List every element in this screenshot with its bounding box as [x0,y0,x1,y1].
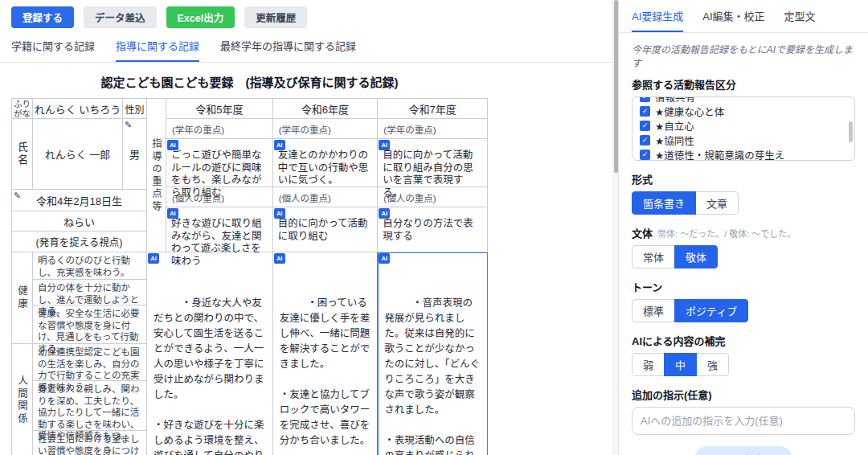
category-relations: 人間関係 幼保連携型認定こども園の生活を楽しみ、自分の力で行動することの充実感を… [12,344,147,455]
category-item: 自分の体を十分に動かし、進んで運動しようとする。 [33,280,147,305]
category-item: 社会生活における望ましい習慣や態度を身につける。 [33,431,147,455]
ai-badge-icon: AI [379,140,390,150]
guidance-focus-header-text: 指導の重点等 [149,138,164,213]
tone-option-standard[interactable]: 標準 [632,299,675,322]
guidance-notes-r5[interactable]: AI ・身近な大人や友だちとの関わりの中で、安心して園生活を送ることができるよう… [147,252,273,455]
ai-badge-icon: AI [274,140,285,150]
page-title: 認定こども園こども要録 (指導及び保育に関する記録) [11,73,488,90]
ai-badge-icon: AI [148,253,159,264]
list-scrollbar-thumb[interactable] [849,121,853,142]
format-option-kajougaki[interactable]: 箇条書き [632,191,696,215]
category-block: 健康 明るくのびのびと行動し、充実感を味わう。 自分の体を十分に動かし、進んで運… [12,252,147,455]
tab-template-text[interactable]: 定型文 [784,8,816,32]
style-hint: 常体: ～だった。/ 敬体: ～でした。 [657,229,796,239]
ai-panel-description: 今年度の活動報告記録をもとにAIで要録を生成します [632,42,855,69]
name-label-text: 氏名 [14,141,30,167]
tone-section: トーン 標準 ポジティブ [632,279,855,322]
gender-value: ✎ 男 [123,119,147,190]
gakunen-focus-r5[interactable]: AI ごっこ遊びや簡単なルールの遊びに興味をもち、楽しみながら取り組む [166,139,273,187]
report-category-item[interactable]: ✓ ★協同性 [640,133,845,147]
ai-badge-icon: AI [379,253,390,264]
report-category-list[interactable]: ✓ 情報共有 ✓ ★健康な心と体 ✓ ★自立心 ✓ ★協同性 ✓ ★道徳性・ [632,96,855,161]
kojin-focus-r6[interactable]: AI 目的に向かって活動に取り組む [273,207,379,252]
category-item: 幼保連携型認定こども園の生活を楽しみ、自分の力で行動することの充実感を味わう。 [33,344,147,381]
gakunen-focus-r7[interactable]: AI 目的に向かって活動に取り組み自分の思いを言葉で表現する。 [378,139,488,187]
tab-gakuseki-record[interactable]: 学籍に関する記録 [11,38,95,62]
nerai-header: ねらい [12,211,147,232]
checkbox-checked-icon[interactable]: ✓ [640,121,650,131]
guidance-notes-r6[interactable]: AI ・困っている友達に優しく手を差し伸べ、一緒に問題を解決することができました… [273,252,379,455]
guidance-notes-r7-text: ・音声表現の発展が見られました。従来は自発的に歌うことが少なかったのに対し、「ど… [384,297,480,455]
gakunen-focus-r6-text: 友達とのかかわりの中で互いの行動や思いに気づく。 [278,150,369,186]
gakunen-focus-label-r7: (学年の重点) [378,119,488,139]
kojin-focus-r7[interactable]: AI 自分なりの方法で表現する [378,207,488,252]
format-option-bunshou[interactable]: 文章 [695,191,739,215]
gakunen-focus-label-r6: (学年の重点) [273,119,379,139]
supplement-option-strong[interactable]: 強 [696,353,729,376]
tab-shidou-record[interactable]: 指導に関する記録 [116,38,199,62]
category-relations-label-text: 人間関係 [14,375,30,425]
tab-ai-edit-proofread[interactable]: AI編集・校正 [702,8,764,32]
tone-option-positive[interactable]: ポジティブ [674,299,748,322]
year-header-r7: 令和7年度 [378,99,488,119]
left-scrollbar[interactable] [612,0,618,455]
data-insert-button[interactable]: データ差込 [84,6,157,28]
report-category-item-label: ★道徳性・規範意識の芽生え [655,147,784,162]
checkbox-checked-icon[interactable]: ✓ [640,96,650,102]
checkbox-checked-icon[interactable]: ✓ [640,106,650,117]
guidance-notes-r7[interactable]: AI ・音声表現の発展が見られました。従来は自発的に歌うことが少なかったのに対し… [378,252,488,455]
update-history-button[interactable]: 更新履歴 [244,6,307,28]
report-category-item[interactable]: ✓ ★道徳性・規範意識の芽生え [640,147,845,161]
edit-birthdate-icon[interactable]: ✎ [14,191,21,200]
style-option-keitai[interactable]: 敬体 [674,245,718,268]
kojin-focus-label-r6: (個人の重点) [273,187,379,207]
ai-panel: AI要録生成 AI編集・校正 定型文 今年度の活動報告記録をもとにAIで要録を生… [618,0,868,455]
gender-label: 性別 [123,99,147,119]
record-table: ふりがな れんらく いちろう 性別 氏名 れんらく 一郎 ✎ 男 [11,98,488,455]
excel-export-button[interactable]: Excel出力 [166,6,235,28]
supplement-option-medium[interactable]: 中 [664,353,697,376]
tone-options: 標準 ポジティブ [632,299,748,322]
category-item: 身近な人と親しみ、関わりを深め、工夫したり、協力したりして一緒に活動する楽しさを… [33,381,147,431]
style-label: 文体常体: ～だった。/ 敬体: ～でした。 [632,225,855,240]
furigana-label: ふりがな [12,99,33,119]
style-option-joutai[interactable]: 常体 [632,245,675,268]
register-button[interactable]: 登録する [11,6,74,28]
ai-generate-button[interactable]: AI要録生成 ➢ [694,446,792,455]
left-scrollbar-thumb[interactable] [614,0,618,173]
ai-badge-icon: AI [379,208,390,219]
birthdate-text: 令和4年2月18日生 [36,193,122,208]
record-editor-area: 登録する データ差込 Excel出力 更新履歴 学籍に関する記録 指導に関する記… [0,0,618,455]
year-header-r5: 令和5年度 [166,99,273,119]
category-relations-label: 人間関係 [12,344,33,455]
ai-badge-icon: AI [274,253,285,264]
guidance-notes-r5-text: ・身近な大人や友だちとの関わりの中で、安心して園生活を送ることができるよう、一人… [154,297,264,455]
guidance-notes-r6-text: ・困っている友達に優しく手を差し伸べ、一緒に問題を解決することができました。 ・… [280,297,371,455]
category-item: 明るくのびのびと行動し、充実感を味わう。 [33,252,147,280]
kojin-focus-r5[interactable]: AI 好きな遊びに取り組みながら、友達と関わって遊ぶ楽しさを味わう [166,207,273,252]
style-label-text: 文体 [632,228,653,240]
year-column-r6: 令和6年度 (学年の重点) AI 友達とのかかわりの中で互いの行動や思いに気づく… [273,99,379,252]
supplement-label: AIによる内容の補完 [632,333,855,348]
ai-badge-icon: AI [167,208,178,219]
tab-ai-youroku-generate[interactable]: AI要録生成 [632,8,683,32]
format-label: 形式 [632,171,855,187]
report-section-label: 参照する活動報告区分 [632,76,855,92]
edit-gender-icon[interactable]: ✎ [125,121,132,129]
year-header-r6: 令和6年度 [273,99,379,119]
ai-panel-tabs: AI要録生成 AI編集・校正 定型文 [619,0,868,33]
checkbox-checked-icon[interactable]: ✓ [640,135,650,146]
report-category-item[interactable]: ✓ ★健康な心と体 [640,104,845,118]
gakunen-focus-r6[interactable]: AI 友達とのかかわりの中で互いの行動や思いに気づく。 [273,139,379,187]
category-health-label-text: 健康 [14,285,30,310]
report-category-item-label: ★協同性 [655,133,694,148]
supplement-option-weak[interactable]: 弱 [632,353,665,376]
report-category-item[interactable]: ✓ ★自立心 [640,118,845,133]
record-table-bottom: 健康 明るくのびのびと行動し、充実感を味わう。 自分の体を十分に動かし、進んで運… [12,252,488,455]
tab-final-year-record[interactable]: 最終学年の指導に関する記録 [220,38,356,62]
checkbox-checked-icon[interactable]: ✓ [640,150,650,160]
viewpoint-header: (発育を捉える視点) [12,232,147,252]
birthdate-cell: ✎ 令和4年2月18日生 [12,190,147,211]
format-section: 形式 箇条書き 文章 [632,171,855,215]
additional-instructions-input[interactable] [632,407,855,435]
